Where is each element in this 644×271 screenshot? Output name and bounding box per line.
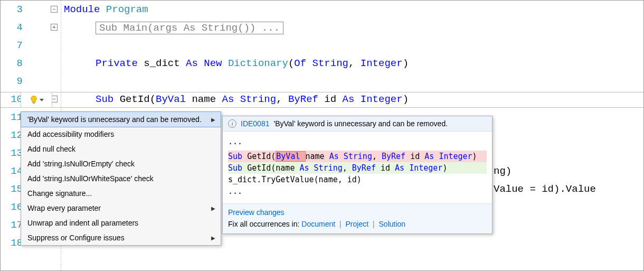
quick-action-add-null-check[interactable]: Add null check <box>21 142 221 156</box>
line-number: 8 <box>2 58 23 69</box>
line-number: 9 <box>2 76 23 87</box>
diff-removed-token: ByVal <box>276 151 305 162</box>
quick-action-unwrap-parameters[interactable]: Unwrap and indent all parameters <box>21 216 221 230</box>
diff-preview: ... Sub GetId(ByVal name As String, ByRe… <box>223 132 492 203</box>
preview-changes-link[interactable]: Preview changes <box>228 208 285 217</box>
diagnostic-message: 'ByVal' keyword is unnecessary and can b… <box>273 119 448 128</box>
quick-action-isnullorwhitespace[interactable]: Add 'string.IsNullOrWhiteSpace' check <box>21 171 221 186</box>
line-number: 11 <box>2 111 23 123</box>
fix-in-document-link[interactable]: Document <box>301 220 335 228</box>
line-number: 3 <box>2 4 23 15</box>
fold-toggle-minus-icon[interactable]: − <box>51 6 58 13</box>
quick-action-suppress-configure[interactable]: Suppress or Configure issues▶ <box>21 230 221 245</box>
line-number: 17 <box>2 219 23 231</box>
quick-actions-menu: 'ByVal' keyword is unnecessary and can b… <box>21 111 221 246</box>
line-number: 15 <box>2 183 23 195</box>
quick-action-isnullorempty[interactable]: Add 'string.IsNullOrEmpty' check <box>21 156 221 171</box>
fix-in-project-link[interactable]: Project <box>346 220 369 228</box>
fix-in-solution-link[interactable]: Solution <box>379 220 406 228</box>
line-number: 18 <box>2 237 23 249</box>
fix-all-label: Fix all occurrences in: <box>228 220 299 228</box>
diff-removed-line: Sub GetId(ByVal name As String, ByRef id… <box>228 151 487 162</box>
info-icon: i <box>228 119 236 128</box>
quick-action-add-accessibility[interactable]: Add accessibility modifiers <box>21 127 221 142</box>
line-number: 12 <box>2 129 23 141</box>
collapsed-region[interactable]: Sub Main(args As String()) ... <box>96 22 283 34</box>
fold-toggle-plus-icon[interactable]: + <box>51 24 58 31</box>
lightbulb-icon <box>29 95 39 105</box>
code-line: Module Program <box>64 4 148 15</box>
diagnostic-id-link[interactable]: IDE0081 <box>241 119 269 128</box>
fix-preview-panel: i IDE0081 'ByVal' keyword is unnecessary… <box>222 116 493 234</box>
chevron-down-icon <box>40 99 44 101</box>
quick-action-change-signature[interactable]: Change signature... <box>21 186 221 201</box>
code-line-fragment: Value = id).Value <box>494 183 596 195</box>
submenu-arrow-icon: ▶ <box>211 117 215 123</box>
line-number: 4 <box>2 22 23 33</box>
diff-added-line: Sub GetId(name As String, ByRef id As In… <box>228 162 487 174</box>
line-number: 13 <box>2 147 23 159</box>
line-number: 16 <box>2 201 23 213</box>
line-number: 7 <box>2 40 23 51</box>
line-number: 14 <box>2 165 23 177</box>
diff-context-line: s_dict.TryGetValue(name, id) <box>228 174 487 185</box>
code-line: Private s_dict As New Dictionary(Of Stri… <box>96 58 409 69</box>
preview-footer: Preview changes Fix all occurrences in: … <box>223 203 492 233</box>
code-line-fragment: ng) <box>494 165 512 177</box>
quick-action-wrap-parameters[interactable]: Wrap every parameter▶ <box>21 201 221 216</box>
submenu-arrow-icon: ▶ <box>211 205 215 211</box>
code-line: Sub GetId(ByVal name As String, ByRef id… <box>96 94 409 105</box>
diagnostic-header: i IDE0081 'ByVal' keyword is unnecessary… <box>223 116 492 132</box>
submenu-arrow-icon: ▶ <box>211 235 215 241</box>
svg-rect-0 <box>33 102 35 104</box>
lightbulb-quick-actions-trigger[interactable] <box>21 92 52 108</box>
quick-action-remove-byval[interactable]: 'ByVal' keyword is unnecessary and can b… <box>21 111 221 127</box>
